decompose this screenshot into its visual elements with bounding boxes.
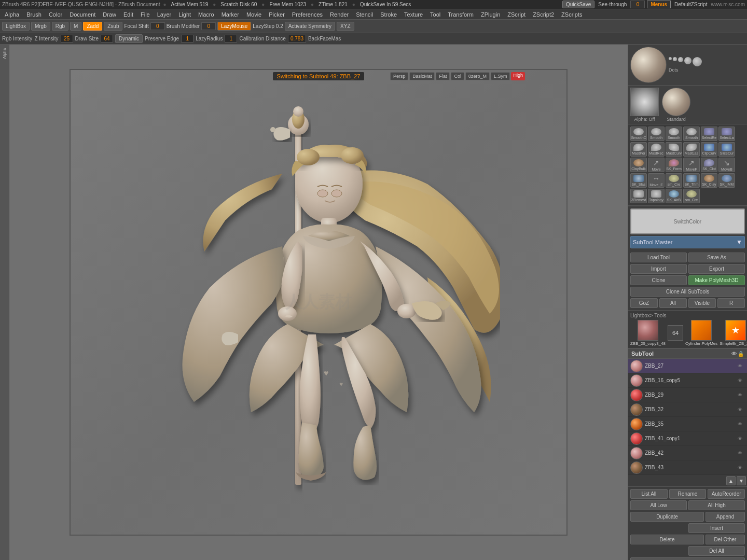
flat-button[interactable]: Flat <box>436 72 450 80</box>
persp-button[interactable]: Persp <box>390 72 409 80</box>
subtool-eye-zbb41[interactable]: 👁 <box>738 436 745 441</box>
menu-preferences[interactable]: Preferences <box>289 11 325 18</box>
selectre-brush-icon[interactable]: SelectRe <box>701 127 717 141</box>
material-ball[interactable] <box>662 88 690 116</box>
xyz-button[interactable]: XYZ <box>337 22 354 31</box>
cylinder-item[interactable]: Cylinder:PolyMes <box>685 320 717 346</box>
brush-modifier-value[interactable]: 0 <box>201 22 216 30</box>
menu-zscripts[interactable]: ZScripts <box>559 11 585 18</box>
movee-brush-icon[interactable]: ↔ Move_E <box>648 173 665 188</box>
export-button[interactable]: Export <box>688 264 745 274</box>
switch-color-button[interactable]: SwitchColor <box>630 208 745 234</box>
dot-xlarge[interactable] <box>693 57 702 66</box>
alpha-preview[interactable] <box>630 88 659 116</box>
skform-brush-icon[interactable]: SK_Form <box>666 158 682 172</box>
all-low-button[interactable]: All Low <box>630 500 687 510</box>
dot-small-2[interactable] <box>673 57 677 61</box>
skcloth-brush-icon[interactable]: SK_Clot <box>701 158 717 172</box>
draw-size-value[interactable]: 64 <box>101 35 113 43</box>
goz-button[interactable]: GoZ <box>630 298 658 308</box>
menu-document[interactable]: Document <box>67 11 98 18</box>
dot-med[interactable] <box>678 57 683 62</box>
r-button[interactable]: R <box>717 298 745 308</box>
z-intensity-value[interactable]: 25 <box>61 35 73 43</box>
mrgb-button[interactable]: Mrgb <box>31 22 50 31</box>
claybulk-brush-icon[interactable]: ClayBulk <box>630 158 647 172</box>
menu-draw[interactable]: Draw <box>100 11 119 18</box>
duplicate-button[interactable]: Duplicate <box>630 512 704 522</box>
menu-alpha[interactable]: Alpha <box>2 11 22 18</box>
subtool-item-zbb42[interactable]: ZBB_42 👁 <box>628 446 747 460</box>
save-as-button[interactable]: Save As <box>688 253 745 262</box>
menu-movie[interactable]: Movie <box>244 11 264 18</box>
slicecur-brush-icon[interactable]: SliceCur <box>718 142 735 157</box>
skairb-brush-icon[interactable]: SK_AirB <box>666 189 682 203</box>
zadd-button[interactable]: Zadd <box>83 22 102 31</box>
zsub-button[interactable]: Zsub <box>104 22 122 31</box>
subtool-eye-zbb16[interactable]: 👁 <box>738 378 745 383</box>
auto-reorder-button[interactable]: AutoReorder <box>708 489 745 499</box>
subtool-eye-zbb32[interactable]: 👁 <box>738 407 745 412</box>
smooth3-brush-icon[interactable]: Smooth <box>683 127 700 141</box>
make-polymesh-button[interactable]: Make PolyMesh3D <box>688 275 745 285</box>
lazy-radius-value[interactable]: 1 <box>225 35 237 43</box>
subtool-item-zbb16[interactable]: ZBB_16_copy5 👁 <box>628 373 747 388</box>
selectla-brush-icon[interactable]: SelectLa <box>718 127 735 141</box>
subtool-master-button[interactable]: SubTool Master ▼ <box>630 236 745 248</box>
dynamic-button[interactable]: Dynamic <box>115 34 143 43</box>
brush-val-box[interactable]: 64 <box>668 325 683 341</box>
load-tool-button[interactable]: Load Tool <box>630 253 687 262</box>
menu-zscript2[interactable]: ZScript2 <box>530 11 557 18</box>
movef-brush-icon[interactable]: ↗ MoveF <box>683 158 700 172</box>
topology-brush-icon[interactable]: Topology <box>648 189 665 203</box>
menu-color[interactable]: Color <box>46 11 65 18</box>
viewport[interactable]: ♥ ♥ 人人素材 <box>70 69 568 536</box>
smoothc-brush-icon[interactable]: SmoothC <box>630 127 647 141</box>
smooth-brush-icon[interactable]: Smooth <box>648 127 665 141</box>
subtool-eye-zbb29[interactable]: 👁 <box>738 393 745 398</box>
subtool-eye-zbb43[interactable]: 👁 <box>738 465 745 470</box>
dot-large[interactable] <box>684 57 691 64</box>
menu-layer[interactable]: Layer <box>155 11 174 18</box>
smooth2-brush-icon[interactable]: Smooth <box>666 127 682 141</box>
smcre-brush-icon[interactable]: sm_Cre <box>666 173 682 188</box>
subtool-item-zbb41[interactable]: ZBB_41_copy1 👁 <box>628 431 747 446</box>
activate-symmetry-button[interactable]: Activate Symmetry <box>285 22 335 31</box>
menu-edit[interactable]: Edit <box>121 11 136 18</box>
subtool-eye-zbb42[interactable]: 👁 <box>738 451 745 456</box>
subtool-item-zbb27[interactable]: ZBB_27 👁 <box>628 359 747 373</box>
see-through-value[interactable]: 0 <box>630 1 645 8</box>
menu-macro[interactable]: Macro <box>196 11 217 18</box>
matcap-button[interactable]: BasicMat <box>409 72 435 80</box>
col-button[interactable]: Col <box>451 72 464 80</box>
mastper-brush-icon[interactable]: MastPer <box>630 142 647 157</box>
insert-button[interactable]: Insert <box>688 523 745 533</box>
all-high-button[interactable]: All High <box>688 500 745 510</box>
subtool-eye-zbb27[interactable]: 👁 <box>738 363 745 369</box>
menu-transform[interactable]: Transform <box>445 11 476 18</box>
all-button[interactable]: All <box>659 298 687 308</box>
skslas-brush-icon[interactable]: SK_Slas <box>630 173 647 188</box>
menu-render[interactable]: Render <box>327 11 351 18</box>
menu-zscript[interactable]: ZScript <box>505 11 528 18</box>
subtool-item-zbb29[interactable]: ZBB_29 👁 <box>628 388 747 402</box>
menu-zplugin[interactable]: ZPlugin <box>478 11 503 18</box>
import-button[interactable]: Import <box>630 264 687 274</box>
visible-button[interactable]: Visible <box>688 298 716 308</box>
del-all-button[interactable]: Del All <box>688 546 745 556</box>
scroll-up-button[interactable]: ▲ <box>726 476 736 485</box>
delete-button[interactable]: Delete <box>630 535 704 544</box>
lightbox-button[interactable]: LightBox <box>2 22 30 31</box>
preserve-edge-value[interactable]: 1 <box>181 35 193 43</box>
sktrim-brush-icon[interactable]: SK_Trim <box>683 173 700 188</box>
rgb-button[interactable]: Rgb <box>52 22 68 31</box>
star-item[interactable]: ★ SimpleBr_ZB_24 <box>720 320 747 346</box>
lsym-button[interactable]: L.Sym <box>491 72 510 80</box>
zremest-brush-icon[interactable]: ZRemest <box>630 189 647 203</box>
clipcurv-brush-icon[interactable]: ClipCurv <box>701 142 717 157</box>
zerom-button[interactable]: 0zero_M <box>465 72 490 80</box>
del-other-button[interactable]: Del Other <box>706 535 745 544</box>
menu-texture[interactable]: Texture <box>402 11 425 18</box>
dot-small-1[interactable] <box>669 57 672 60</box>
mastlas-brush-icon[interactable]: MastLas <box>683 142 700 157</box>
